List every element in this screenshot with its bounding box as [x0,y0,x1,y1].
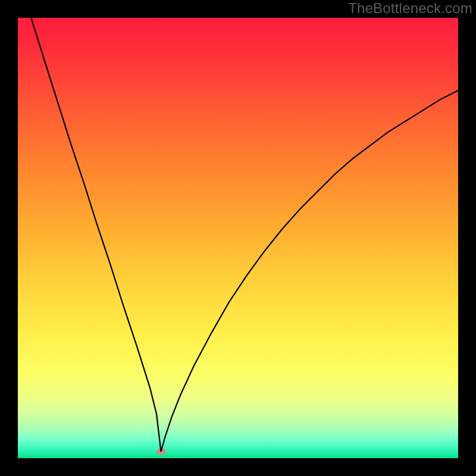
bottleneck-curve [18,18,458,458]
plot-area [18,18,458,458]
chart-frame: TheBottleneck.com [0,0,476,476]
watermark-text: TheBottleneck.com [348,0,472,17]
